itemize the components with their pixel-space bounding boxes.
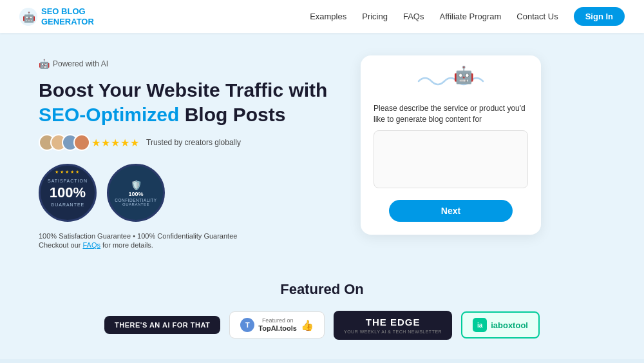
badge1-bot: GUARANTEE xyxy=(51,202,85,207)
featured-section: Featured On THERE'S AN AI FOR THAT T Fea… xyxy=(0,268,644,359)
edge-text: THE EDGE YOUR WEEKLY AI & TECH NEWSLETTE… xyxy=(344,316,442,335)
headline-posts: Blog Posts xyxy=(185,104,286,125)
robot-icon: 🤖 xyxy=(453,65,474,85)
shield-icon: 🛡️ xyxy=(131,180,142,190)
topai-icon: T xyxy=(240,318,254,332)
header: 🤖 SEO BLOG GENERATOR Examples Pricing FA… xyxy=(0,0,644,33)
headline: Boost Your Website Traffic with SEO-Opti… xyxy=(39,78,335,126)
badge2-top: 100% xyxy=(128,191,143,197)
ratings-row: ★★★★★ Trusted by creators globally xyxy=(39,134,335,151)
blog-description-input[interactable] xyxy=(374,130,528,188)
badge1-top: SATISFACTION xyxy=(48,179,88,183)
satisfaction-badge: SATISFACTION 100% GUARANTEE ★★★★★ xyxy=(39,164,97,222)
powered-text: Powered with AI xyxy=(53,59,108,68)
nav-pricing[interactable]: Pricing xyxy=(362,12,388,21)
featured-badge-edge: THE EDGE YOUR WEEKLY AI & TECH NEWSLETTE… xyxy=(334,311,452,340)
edge-sub-text: YOUR WEEKLY AI & TECH NEWSLETTER xyxy=(344,329,442,335)
badges-row: SATISFACTION 100% GUARANTEE ★★★★★ 🛡️ 100… xyxy=(39,164,335,222)
faq-suffix: for more details. xyxy=(100,241,153,249)
faqs-link[interactable]: FAQs xyxy=(82,241,100,249)
sign-in-button[interactable]: Sign In xyxy=(574,7,625,26)
trusted-text: Trusted by creators globally xyxy=(146,138,241,147)
confidentiality-badge: 🛡️ 100% CONFIDENTIALITY GUARANTEE xyxy=(107,164,165,222)
ai-badge-text: THERE'S AN AI FOR THAT xyxy=(115,321,210,329)
ai-icon: 🤖 xyxy=(39,59,50,69)
thumbs-up-icon: 👍 xyxy=(301,319,314,331)
bottom-section-peek xyxy=(0,359,644,363)
featured-title: Featured On xyxy=(39,281,605,298)
iabox-icon: ia xyxy=(473,318,487,332)
badge2-bot: CONFIDENTIALITY xyxy=(115,198,156,202)
nav-affiliate[interactable]: Affiliate Program xyxy=(439,12,501,21)
featured-badge-ai: THERE'S AN AI FOR THAT xyxy=(104,316,220,334)
featured-badge-iabox: ia iaboxtool xyxy=(461,311,540,338)
avatars xyxy=(39,134,85,151)
faq-prefix: Checkout our xyxy=(39,241,82,249)
main-section: 🤖 Powered with AI Boost Your Website Tra… xyxy=(0,33,644,268)
badge1-percent: 100% xyxy=(50,184,86,201)
hero-left: 🤖 Powered with AI Boost Your Website Tra… xyxy=(39,59,335,249)
nav-examples[interactable]: Examples xyxy=(310,12,346,21)
guarantee-text: 100% Satisfaction Guarantee • 100% Confi… xyxy=(39,232,335,240)
powered-badge: 🤖 Powered with AI xyxy=(39,59,335,69)
logo-icon: 🤖 xyxy=(19,8,37,26)
iabox-text: iaboxtool xyxy=(491,320,528,330)
badge2-sub: GUARANTEE xyxy=(122,202,149,206)
topai-text: Featured on TopAI.tools xyxy=(258,317,297,333)
headline-seo: SEO-Optimized xyxy=(39,104,179,125)
main-nav: Examples Pricing FAQs Affiliate Program … xyxy=(310,7,625,26)
nav-faqs[interactable]: FAQs xyxy=(403,12,424,21)
featured-badge-topai: T Featured on TopAI.tools 👍 xyxy=(229,311,325,338)
featured-logos: THERE'S AN AI FOR THAT T Featured on Top… xyxy=(39,311,605,340)
logo: 🤖 SEO BLOG GENERATOR xyxy=(19,6,94,26)
nav-contact[interactable]: Contact Us xyxy=(516,12,558,21)
faq-text: Checkout our FAQs for more details. xyxy=(39,241,335,249)
star-rating: ★★★★★ xyxy=(91,137,140,149)
edge-main-text: THE EDGE xyxy=(344,316,442,329)
wave-decoration xyxy=(412,68,489,94)
form-label: Please describe the service or product y… xyxy=(374,103,528,125)
form-card: 🤖 Please describe the service or product… xyxy=(361,55,541,235)
logo-text: SEO BLOG GENERATOR xyxy=(41,6,94,26)
next-button[interactable]: Next xyxy=(389,200,513,222)
svg-text:🤖: 🤖 xyxy=(23,11,35,23)
stars-decoration: ★★★★★ xyxy=(55,170,80,175)
headline-line1: Boost Your Website Traffic with xyxy=(39,79,327,101)
form-card-header: 🤖 xyxy=(374,68,528,94)
avatar-4 xyxy=(73,134,90,151)
